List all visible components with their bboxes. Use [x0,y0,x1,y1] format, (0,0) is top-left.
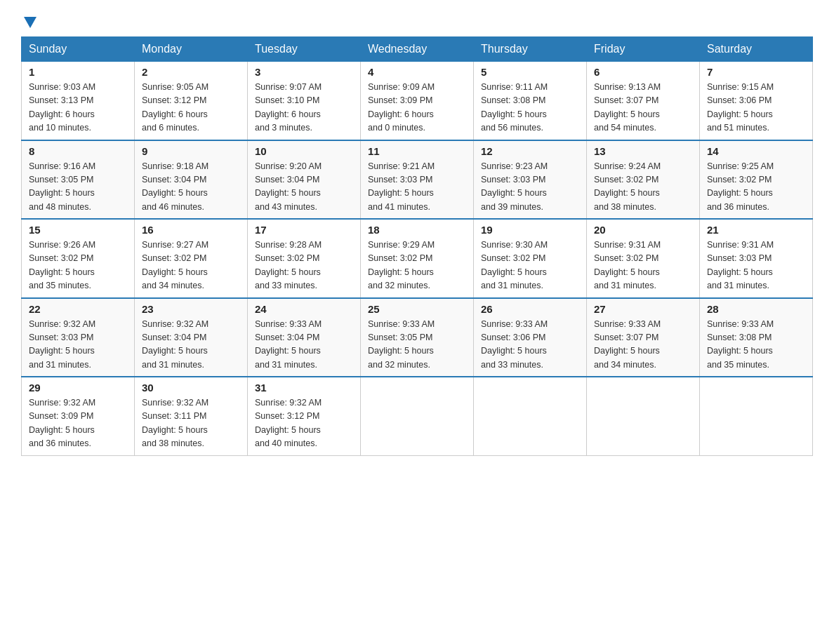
calendar-cell: 16Sunrise: 9:27 AMSunset: 3:02 PMDayligh… [135,219,248,298]
weekday-header: Monday [135,37,248,62]
day-info: Sunrise: 9:30 AMSunset: 3:02 PMDaylight:… [481,239,579,293]
calendar-cell: 26Sunrise: 9:33 AMSunset: 3:06 PMDayligh… [474,298,587,377]
day-info: Sunrise: 9:31 AMSunset: 3:03 PMDaylight:… [707,239,805,293]
day-info: Sunrise: 9:32 AMSunset: 3:09 PMDaylight:… [29,396,127,451]
day-number: 10 [255,145,353,157]
day-info: Sunrise: 9:32 AMSunset: 3:04 PMDaylight:… [142,318,240,373]
calendar-cell: 2Sunrise: 9:05 AMSunset: 3:12 PMDaylight… [135,62,248,140]
day-number: 24 [255,303,353,315]
day-number: 12 [481,145,579,157]
day-number: 1 [29,66,127,78]
day-number: 18 [368,224,466,236]
calendar-cell: 17Sunrise: 9:28 AMSunset: 3:02 PMDayligh… [248,219,361,298]
day-number: 3 [255,66,353,78]
day-info: Sunrise: 9:32 AMSunset: 3:11 PMDaylight:… [142,396,240,451]
calendar-cell: 21Sunrise: 9:31 AMSunset: 3:03 PMDayligh… [700,219,813,298]
day-number: 23 [142,303,240,315]
day-info: Sunrise: 9:15 AMSunset: 3:06 PMDaylight:… [707,81,805,135]
calendar-cell: 6Sunrise: 9:13 AMSunset: 3:07 PMDaylight… [587,62,700,140]
day-info: Sunrise: 9:33 AMSunset: 3:08 PMDaylight:… [707,318,805,373]
day-info: Sunrise: 9:25 AMSunset: 3:02 PMDaylight:… [707,160,805,215]
day-info: Sunrise: 9:20 AMSunset: 3:04 PMDaylight:… [255,160,353,215]
calendar-cell: 19Sunrise: 9:30 AMSunset: 3:02 PMDayligh… [474,219,587,298]
calendar-week-row: 8Sunrise: 9:16 AMSunset: 3:05 PMDaylight… [22,140,813,220]
day-number: 29 [29,382,127,394]
calendar-cell: 9Sunrise: 9:18 AMSunset: 3:04 PMDaylight… [135,140,248,220]
weekday-header: Sunday [22,37,135,62]
day-info: Sunrise: 9:03 AMSunset: 3:13 PMDaylight:… [29,81,127,135]
page-header [21,14,813,29]
calendar-cell: 31Sunrise: 9:32 AMSunset: 3:12 PMDayligh… [248,377,361,455]
calendar-cell: 22Sunrise: 9:32 AMSunset: 3:03 PMDayligh… [22,298,135,377]
calendar-cell: 13Sunrise: 9:24 AMSunset: 3:02 PMDayligh… [587,140,700,220]
day-number: 17 [255,224,353,236]
weekday-header: Wednesday [361,37,474,62]
day-info: Sunrise: 9:26 AMSunset: 3:02 PMDaylight:… [29,239,127,293]
logo-general-line [21,14,38,29]
weekday-header: Thursday [474,37,587,62]
calendar-cell: 20Sunrise: 9:31 AMSunset: 3:02 PMDayligh… [587,219,700,298]
day-number: 28 [707,303,805,315]
day-number: 2 [142,66,240,78]
calendar-week-row: 22Sunrise: 9:32 AMSunset: 3:03 PMDayligh… [22,298,813,377]
calendar-cell: 18Sunrise: 9:29 AMSunset: 3:02 PMDayligh… [361,219,474,298]
logo-triangle-icon [22,14,38,29]
day-info: Sunrise: 9:18 AMSunset: 3:04 PMDaylight:… [142,160,240,215]
day-info: Sunrise: 9:05 AMSunset: 3:12 PMDaylight:… [142,81,240,135]
weekday-header: Friday [587,37,700,62]
day-info: Sunrise: 9:33 AMSunset: 3:06 PMDaylight:… [481,318,579,373]
day-number: 16 [142,224,240,236]
svg-marker-0 [24,17,37,28]
logo [21,14,38,29]
day-number: 22 [29,303,127,315]
weekday-header-row: SundayMondayTuesdayWednesdayThursdayFrid… [22,37,813,62]
calendar-cell: 25Sunrise: 9:33 AMSunset: 3:05 PMDayligh… [361,298,474,377]
weekday-header: Saturday [700,37,813,62]
calendar-week-row: 1Sunrise: 9:03 AMSunset: 3:13 PMDaylight… [22,62,813,140]
day-number: 27 [594,303,692,315]
day-info: Sunrise: 9:32 AMSunset: 3:12 PMDaylight:… [255,396,353,451]
day-info: Sunrise: 9:21 AMSunset: 3:03 PMDaylight:… [368,160,466,215]
day-info: Sunrise: 9:23 AMSunset: 3:03 PMDaylight:… [481,160,579,215]
day-number: 19 [481,224,579,236]
day-number: 20 [594,224,692,236]
day-number: 21 [707,224,805,236]
day-number: 31 [255,382,353,394]
calendar-cell: 27Sunrise: 9:33 AMSunset: 3:07 PMDayligh… [587,298,700,377]
calendar-cell: 3Sunrise: 9:07 AMSunset: 3:10 PMDaylight… [248,62,361,140]
calendar-cell: 29Sunrise: 9:32 AMSunset: 3:09 PMDayligh… [22,377,135,455]
day-number: 8 [29,145,127,157]
day-info: Sunrise: 9:33 AMSunset: 3:05 PMDaylight:… [368,318,466,373]
calendar-cell: 11Sunrise: 9:21 AMSunset: 3:03 PMDayligh… [361,140,474,220]
day-number: 9 [142,145,240,157]
day-info: Sunrise: 9:09 AMSunset: 3:09 PMDaylight:… [368,81,466,135]
day-number: 26 [481,303,579,315]
calendar-cell [474,377,587,455]
calendar-week-row: 15Sunrise: 9:26 AMSunset: 3:02 PMDayligh… [22,219,813,298]
weekday-header: Tuesday [248,37,361,62]
day-number: 30 [142,382,240,394]
day-number: 13 [594,145,692,157]
calendar-cell [587,377,700,455]
day-info: Sunrise: 9:16 AMSunset: 3:05 PMDaylight:… [29,160,127,215]
day-info: Sunrise: 9:29 AMSunset: 3:02 PMDaylight:… [368,239,466,293]
calendar-cell: 15Sunrise: 9:26 AMSunset: 3:02 PMDayligh… [22,219,135,298]
day-info: Sunrise: 9:27 AMSunset: 3:02 PMDaylight:… [142,239,240,293]
calendar-cell: 4Sunrise: 9:09 AMSunset: 3:09 PMDaylight… [361,62,474,140]
day-info: Sunrise: 9:31 AMSunset: 3:02 PMDaylight:… [594,239,692,293]
calendar-cell: 24Sunrise: 9:33 AMSunset: 3:04 PMDayligh… [248,298,361,377]
day-info: Sunrise: 9:24 AMSunset: 3:02 PMDaylight:… [594,160,692,215]
day-number: 25 [368,303,466,315]
calendar-week-row: 29Sunrise: 9:32 AMSunset: 3:09 PMDayligh… [22,377,813,455]
day-info: Sunrise: 9:07 AMSunset: 3:10 PMDaylight:… [255,81,353,135]
calendar-cell: 12Sunrise: 9:23 AMSunset: 3:03 PMDayligh… [474,140,587,220]
calendar-cell: 14Sunrise: 9:25 AMSunset: 3:02 PMDayligh… [700,140,813,220]
day-number: 6 [594,66,692,78]
calendar-cell: 30Sunrise: 9:32 AMSunset: 3:11 PMDayligh… [135,377,248,455]
calendar-cell: 10Sunrise: 9:20 AMSunset: 3:04 PMDayligh… [248,140,361,220]
calendar-cell: 23Sunrise: 9:32 AMSunset: 3:04 PMDayligh… [135,298,248,377]
calendar-cell [361,377,474,455]
day-info: Sunrise: 9:33 AMSunset: 3:07 PMDaylight:… [594,318,692,373]
day-number: 15 [29,224,127,236]
calendar-cell: 7Sunrise: 9:15 AMSunset: 3:06 PMDaylight… [700,62,813,140]
